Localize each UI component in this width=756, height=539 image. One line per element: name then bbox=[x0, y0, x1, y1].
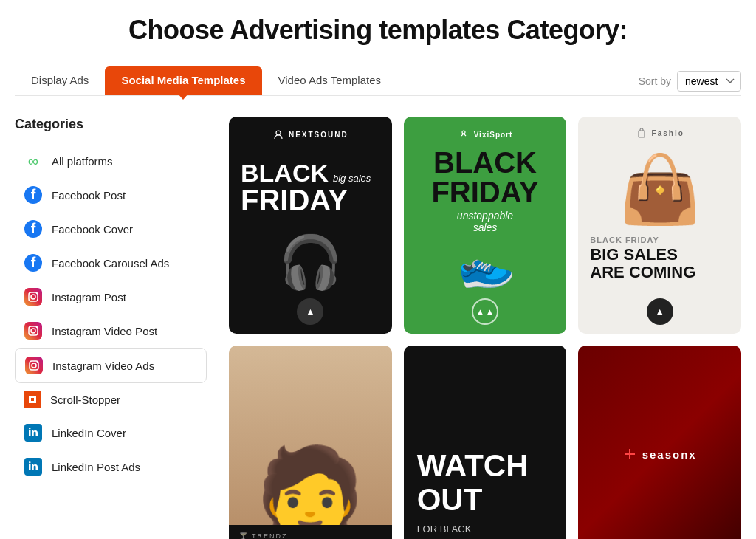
template-grid: NEXTSOUND BLACK big sales FRIDAY 🎧 ▲ bbox=[229, 117, 741, 539]
sidebar-item-linkedin-cover[interactable]: LinkedIn Cover bbox=[15, 416, 207, 450]
template-card-watchout[interactable]: WATCHOUT FOR BLACKFRIDAY SALES! bbox=[404, 346, 567, 539]
tab-display-ads[interactable]: Display Ads bbox=[15, 66, 105, 95]
sort-select[interactable]: newest oldest popular bbox=[677, 71, 741, 92]
page-title: Choose Advertising templates Category: bbox=[15, 15, 741, 46]
svg-point-14 bbox=[37, 362, 38, 363]
instagram-icon-post bbox=[24, 287, 43, 306]
sidebar-label-facebook-cover: Facebook Cover bbox=[52, 223, 133, 236]
tab-video-ads[interactable]: Video Ads Templates bbox=[262, 66, 398, 95]
sort-area: Sort by newest oldest popular bbox=[639, 71, 741, 92]
sidebar-label-facebook-post: Facebook Post bbox=[52, 189, 126, 202]
sidebar-item-instagram-video-ads[interactable]: Instagram Video Ads bbox=[15, 348, 207, 383]
template-card-vixisport[interactable]: VixiSport BLACK FRIDAY unstoppable sales… bbox=[404, 117, 567, 334]
template-card-fashio[interactable]: Fashio 👜 BLACK FRIDAY BIG SALESARE COMIN… bbox=[578, 117, 741, 334]
sidebar-label-linkedin-post-ads: LinkedIn Post Ads bbox=[52, 461, 140, 473]
template-card-trendz[interactable]: 🧑 🍸 TRENDZ MODERN bbox=[229, 346, 392, 539]
sidebar-item-instagram-video-post[interactable]: Instagram Video Post bbox=[15, 314, 207, 348]
sidebar-item-facebook-carousel[interactable]: Facebook Carousel Ads bbox=[15, 246, 207, 280]
sort-label: Sort by bbox=[639, 75, 671, 87]
sidebar-label-instagram-video-ads: Instagram Video Ads bbox=[52, 360, 154, 372]
sidebar: Categories ∞ All platforms Facebook Post bbox=[15, 117, 207, 539]
svg-point-17 bbox=[276, 131, 281, 135]
template-card-nextsound[interactable]: NEXTSOUND BLACK big sales FRIDAY 🎧 ▲ bbox=[229, 117, 392, 334]
infinity-icon: ∞ bbox=[24, 151, 43, 171]
linkedin-icon-cover bbox=[24, 423, 43, 442]
svg-rect-11 bbox=[25, 357, 43, 374]
sidebar-list: ∞ All platforms Facebook Post Facebook C… bbox=[15, 144, 207, 484]
sidebar-item-all-platforms[interactable]: ∞ All platforms bbox=[15, 144, 207, 178]
svg-rect-3 bbox=[24, 288, 42, 306]
tabs-row: Display Ads Social Media Templates Video… bbox=[15, 66, 741, 96]
main-layout: Categories ∞ All platforms Facebook Post bbox=[15, 117, 741, 539]
template-card-seasonx[interactable]: seasonx bbox=[578, 346, 741, 539]
content-area: NEXTSOUND BLACK big sales FRIDAY 🎧 ▲ bbox=[229, 117, 741, 539]
linkedin-icon-post-ads bbox=[24, 457, 43, 476]
sidebar-label-linkedin-cover: LinkedIn Cover bbox=[52, 427, 126, 439]
sidebar-title: Categories bbox=[15, 117, 207, 132]
sidebar-label-instagram-post: Instagram Post bbox=[52, 291, 126, 303]
instagram-icon-video-ads bbox=[24, 356, 44, 375]
sidebar-item-linkedin-post-ads[interactable]: LinkedIn Post Ads bbox=[15, 450, 207, 484]
sidebar-item-facebook-post[interactable]: Facebook Post bbox=[15, 178, 207, 212]
svg-rect-19 bbox=[639, 131, 645, 137]
svg-rect-7 bbox=[24, 322, 42, 340]
sidebar-label-instagram-video-post: Instagram Video Post bbox=[52, 325, 157, 337]
facebook-icon-cover bbox=[24, 219, 43, 238]
tab-social-media[interactable]: Social Media Templates bbox=[105, 66, 261, 95]
svg-point-10 bbox=[36, 327, 38, 329]
sidebar-label-facebook-carousel: Facebook Carousel Ads bbox=[52, 257, 169, 270]
scroll-stopper-icon bbox=[24, 391, 41, 408]
instagram-icon-video-post bbox=[24, 321, 43, 340]
facebook-icon-post bbox=[24, 185, 43, 205]
sidebar-label-all-platforms: All platforms bbox=[52, 155, 113, 168]
sidebar-item-scroll-stopper[interactable]: Scroll-Stopper bbox=[15, 383, 207, 416]
sidebar-label-scroll-stopper: Scroll-Stopper bbox=[50, 394, 120, 406]
sidebar-item-instagram-post[interactable]: Instagram Post bbox=[15, 280, 207, 314]
svg-point-6 bbox=[36, 293, 38, 295]
facebook-icon-carousel bbox=[24, 253, 43, 272]
sidebar-item-facebook-cover[interactable]: Facebook Cover bbox=[15, 212, 207, 246]
